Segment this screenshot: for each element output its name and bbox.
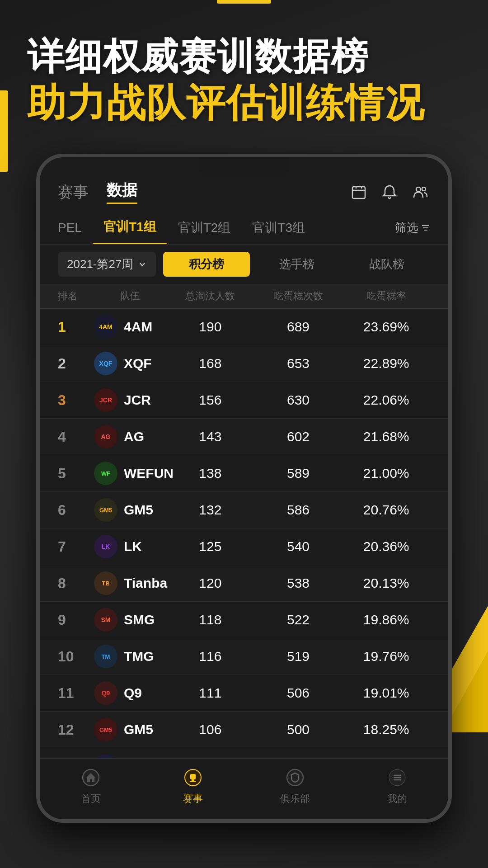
week-label: 2021-第27周 (67, 256, 133, 272)
rank-7: 7 (58, 538, 94, 555)
score-tab-jifenbang[interactable]: 积分榜 (163, 252, 250, 277)
stat-2168: 21.68% (342, 429, 430, 444)
score-tab-xuanshoubang[interactable]: 选手榜 (253, 252, 340, 277)
logo-gm5-12: GM5 (94, 718, 117, 741)
filter-select[interactable]: 筛选 (395, 220, 430, 236)
nav-home[interactable]: 首页 (40, 766, 142, 806)
nav-club-label: 俱乐部 (280, 792, 310, 806)
team-name-tianba: Tianba (124, 576, 167, 591)
week-selector[interactable]: 2021-第27周 (58, 252, 156, 277)
stat-132: 132 (166, 502, 254, 518)
team-4am: 4AM 4AM (94, 315, 166, 339)
table-row[interactable]: 7 LK LK 125 540 20.36% (40, 528, 448, 565)
table-row[interactable]: 13 LG LGD 100 485 17.56% (40, 748, 448, 758)
filter-tabs: PEL 官训T1组 官训T2组 官训T3组 筛选 (40, 211, 448, 245)
hero-section: 详细权威赛训数据榜 助力战队评估训练情况 (27, 36, 461, 124)
team-tmg: TM TMG (94, 645, 166, 668)
rank-6: 6 (58, 502, 94, 519)
filter-t3[interactable]: 官训T3组 (241, 212, 316, 244)
stat-168: 168 (166, 356, 254, 371)
phone-mockup: 赛事 数据 (36, 154, 452, 823)
stat-2100: 21.00% (342, 466, 430, 481)
header-rank: 排名 (58, 289, 94, 303)
table-row[interactable]: 5 WF WEFUN 138 589 21.00% (40, 455, 448, 492)
table-row[interactable]: 4 AG AG 143 602 21.68% (40, 419, 448, 455)
stat-111: 111 (166, 685, 254, 701)
team-lk: LK LK (94, 535, 166, 558)
team-ag: AG AG (94, 425, 166, 448)
stat-2206: 22.06% (342, 392, 430, 408)
team-gm5-12: GM5 GM5 (94, 718, 166, 741)
stat-2036: 20.36% (342, 539, 430, 554)
team-wefun: WF WEFUN (94, 462, 166, 485)
nav-saishi[interactable]: 赛事 (142, 766, 244, 806)
stat-519: 519 (254, 649, 343, 664)
rank-5: 5 (58, 465, 94, 482)
menu-icon (385, 766, 409, 789)
team-name-ag: AG (124, 429, 144, 444)
phone-notch (199, 157, 289, 175)
table-row[interactable]: 8 TB Tianba 120 538 20.13% (40, 565, 448, 602)
team-name-q9: Q9 (124, 685, 142, 701)
top-accent-bar (217, 0, 271, 4)
user-group-icon[interactable] (410, 182, 430, 202)
stat-1901: 19.01% (342, 685, 430, 701)
table-row[interactable]: 12 GM5 GM5 106 500 18.25% (40, 712, 448, 748)
phone-inner: 赛事 数据 (40, 157, 448, 819)
stat-190: 190 (166, 319, 254, 335)
filter-t2[interactable]: 官训T2组 (167, 212, 242, 244)
tab-saishi[interactable]: 赛事 (58, 182, 89, 203)
stat-589: 589 (254, 466, 343, 481)
nav-saishi-label: 赛事 (183, 792, 203, 806)
header-col4: 吃蛋糕次数 (254, 289, 343, 303)
team-name-xqf: XQF (124, 356, 152, 371)
table-row[interactable]: 6 GM5 GM5 132 586 20.76% (40, 492, 448, 528)
team-jcr: JCR JCR (94, 388, 166, 412)
stat-689: 689 (254, 319, 343, 335)
logo-gm5-6: GM5 (94, 498, 117, 522)
logo-4am: 4AM (94, 315, 117, 339)
table-row[interactable]: 10 TM TMG 116 519 19.76% (40, 638, 448, 675)
team-q9: Q9 Q9 (94, 681, 166, 705)
team-gm5-6: GM5 GM5 (94, 498, 166, 522)
svg-point-4 (416, 187, 421, 192)
rank-8: 8 (58, 575, 94, 592)
header-col3: 总淘汰人数 (166, 289, 254, 303)
table-row[interactable]: 11 Q9 Q9 111 506 19.01% (40, 675, 448, 712)
nav-icons (349, 182, 430, 202)
header-col5: 吃蛋糕率 (342, 289, 430, 303)
table-row[interactable]: 2 XQF XQF 168 653 22.89% (40, 345, 448, 382)
calendar-icon[interactable] (349, 182, 369, 202)
filter-t1[interactable]: 官训T1组 (93, 211, 167, 244)
team-name-gm5-6: GM5 (124, 502, 153, 518)
nav-mine[interactable]: 我的 (346, 766, 448, 806)
logo-jcr: JCR (94, 388, 117, 412)
nav-club[interactable]: 俱乐部 (244, 766, 346, 806)
tab-shuju[interactable]: 数据 (107, 180, 137, 204)
nav-tabs: 赛事 数据 (58, 180, 137, 204)
table-row[interactable]: 9 SM SMG 118 522 19.86% (40, 602, 448, 638)
hero-title-1: 详细权威赛训数据榜 (27, 36, 461, 77)
team-name-smg: SMG (124, 612, 155, 627)
team-name-jcr: JCR (124, 392, 151, 408)
filter-label: 筛选 (395, 220, 418, 236)
stat-106: 106 (166, 722, 254, 737)
rank-12: 12 (58, 722, 94, 738)
score-tab-zhanduibang[interactable]: 战队榜 (343, 252, 430, 277)
stat-1825: 18.25% (342, 722, 430, 737)
stat-156: 156 (166, 392, 254, 408)
table-row[interactable]: 1 4AM 4AM 190 689 23.69% (40, 309, 448, 345)
bell-icon[interactable] (380, 182, 399, 202)
stat-118: 118 (166, 612, 254, 627)
filter-pel[interactable]: PEL (58, 213, 93, 242)
rank-3: 3 (58, 392, 94, 409)
svg-rect-0 (352, 187, 365, 198)
stat-2013: 20.13% (342, 576, 430, 591)
stat-2369: 23.69% (342, 319, 430, 335)
rank-1: 1 (58, 319, 94, 335)
rank-11: 11 (58, 685, 94, 702)
table-row[interactable]: 3 JCR JCR 156 630 22.06% (40, 382, 448, 419)
nav-home-label: 首页 (81, 792, 101, 806)
nav-mine-label: 我的 (387, 792, 407, 806)
sub-filter: 2021-第27周 积分榜 选手榜 战队榜 (40, 245, 448, 284)
